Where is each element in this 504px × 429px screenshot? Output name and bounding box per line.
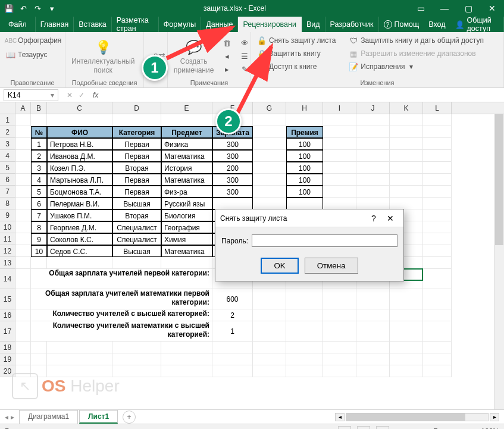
cell[interactable]: 100 bbox=[286, 138, 323, 150]
cell[interactable]: 100 bbox=[286, 162, 323, 174]
cell[interactable] bbox=[423, 126, 452, 138]
cell[interactable] bbox=[253, 174, 286, 186]
cell[interactable] bbox=[423, 309, 452, 321]
sheet-tab[interactable]: Диаграмма1 bbox=[19, 410, 78, 424]
cell[interactable] bbox=[390, 126, 423, 138]
cell[interactable]: ФИО bbox=[47, 126, 112, 138]
share-button[interactable]: 👤 Общий доступ bbox=[450, 17, 504, 32]
cell[interactable]: 200 bbox=[212, 162, 253, 174]
redo-icon[interactable]: ↷ bbox=[31, 2, 44, 15]
col-header[interactable]: D bbox=[112, 102, 161, 114]
tab-1[interactable]: Вставка bbox=[74, 17, 111, 32]
cell[interactable] bbox=[31, 342, 47, 353]
row-header[interactable]: 14 bbox=[0, 269, 15, 289]
row-header[interactable]: 15 bbox=[0, 289, 15, 309]
cell[interactable] bbox=[253, 138, 286, 150]
cell[interactable]: Специалист bbox=[112, 221, 161, 233]
col-header[interactable]: B bbox=[31, 102, 47, 114]
cell[interactable] bbox=[253, 198, 286, 209]
cell[interactable] bbox=[423, 150, 452, 162]
cell[interactable] bbox=[390, 321, 423, 342]
cell[interactable]: 100 bbox=[286, 150, 323, 162]
show-all-button[interactable]: ☰ bbox=[237, 50, 252, 62]
cell[interactable]: Боцмонова Т.А. bbox=[47, 186, 112, 198]
row-header[interactable]: 17 bbox=[0, 321, 15, 342]
zoom-in-button[interactable]: + bbox=[471, 427, 475, 430]
cell[interactable]: Мартынова Л.П. bbox=[47, 174, 112, 186]
row-headers[interactable]: 1234567891011121314151617181920 bbox=[0, 114, 15, 377]
spelling-button[interactable]: ABCОрфография bbox=[4, 35, 61, 46]
cell[interactable] bbox=[112, 353, 161, 365]
cell[interactable] bbox=[15, 233, 31, 245]
cell[interactable] bbox=[15, 353, 31, 365]
row-header[interactable]: 16 bbox=[0, 309, 15, 321]
row-header[interactable]: 13 bbox=[0, 257, 15, 269]
cell[interactable] bbox=[253, 321, 286, 342]
cell[interactable] bbox=[356, 353, 390, 365]
col-header[interactable]: J bbox=[356, 102, 390, 114]
cell[interactable]: 10 bbox=[31, 245, 47, 257]
cell[interactable] bbox=[390, 309, 423, 321]
cell[interactable] bbox=[253, 289, 286, 309]
hscroll-thumb[interactable] bbox=[346, 414, 465, 421]
cell[interactable] bbox=[286, 289, 323, 309]
cell[interactable]: Петрова Н.В. bbox=[47, 138, 112, 150]
cell[interactable] bbox=[253, 342, 286, 353]
cell[interactable]: Иванова Д.М. bbox=[47, 150, 112, 162]
cell[interactable] bbox=[423, 321, 452, 342]
cell[interactable] bbox=[423, 269, 452, 289]
cell[interactable] bbox=[15, 114, 31, 126]
sheet-nav-prev[interactable]: ◂ bbox=[5, 413, 8, 421]
cell[interactable] bbox=[253, 162, 286, 174]
unprotect-sheet-button[interactable]: 🔓Снять защиту листа bbox=[255, 35, 338, 46]
cell[interactable] bbox=[423, 174, 452, 186]
cell[interactable] bbox=[31, 257, 47, 269]
undo-icon[interactable]: ↶ bbox=[17, 2, 30, 15]
row-header[interactable]: 3 bbox=[0, 138, 15, 150]
cell[interactable] bbox=[356, 342, 390, 353]
cell[interactable] bbox=[15, 257, 31, 269]
cell[interactable]: 6 bbox=[31, 198, 47, 209]
row-header[interactable]: 4 bbox=[0, 150, 15, 162]
col-header[interactable]: F bbox=[212, 102, 253, 114]
show-comment-button[interactable]: 👁 bbox=[237, 37, 252, 49]
dialog-close-button[interactable]: ✕ bbox=[382, 214, 399, 223]
new-comment-button[interactable]: 💬 Создать примечание bbox=[171, 35, 216, 78]
tab-3[interactable]: Формулы bbox=[159, 17, 201, 32]
cell[interactable] bbox=[390, 186, 423, 198]
tab-7[interactable]: Разработчик bbox=[325, 17, 379, 32]
row-header[interactable]: 8 bbox=[0, 198, 15, 209]
cell[interactable]: Математика bbox=[161, 245, 212, 257]
cell[interactable] bbox=[423, 209, 452, 221]
cell[interactable]: 7 bbox=[31, 209, 47, 221]
cell[interactable]: 100 bbox=[286, 186, 323, 198]
cell[interactable]: Математика bbox=[161, 150, 212, 162]
cell[interactable] bbox=[161, 114, 212, 126]
zoom-level[interactable]: 100% bbox=[481, 427, 499, 430]
summary-label[interactable]: Количество учителей математики с высшей … bbox=[31, 321, 212, 342]
password-input[interactable] bbox=[252, 234, 397, 247]
cell[interactable] bbox=[286, 309, 323, 321]
column-headers[interactable]: ABCDEFGHIJKL bbox=[15, 102, 504, 114]
cell[interactable] bbox=[212, 342, 253, 353]
cell[interactable]: 300 bbox=[212, 174, 253, 186]
cell[interactable] bbox=[47, 365, 112, 377]
sheet-tab[interactable]: Лист1 bbox=[79, 410, 118, 424]
cell[interactable]: № bbox=[31, 126, 47, 138]
cell[interactable] bbox=[15, 309, 31, 321]
cell[interactable] bbox=[15, 150, 31, 162]
cell[interactable] bbox=[356, 126, 390, 138]
hscroll-right[interactable]: ▸ bbox=[490, 413, 499, 421]
cell[interactable] bbox=[286, 353, 323, 365]
cell[interactable] bbox=[423, 162, 452, 174]
cell[interactable] bbox=[31, 365, 47, 377]
cell[interactable] bbox=[423, 186, 452, 198]
cell[interactable] bbox=[356, 186, 390, 198]
cell[interactable] bbox=[390, 162, 423, 174]
cell[interactable] bbox=[356, 309, 390, 321]
cell[interactable] bbox=[323, 186, 356, 198]
cell[interactable] bbox=[212, 198, 253, 209]
cell[interactable] bbox=[390, 138, 423, 150]
row-header[interactable]: 12 bbox=[0, 245, 15, 257]
cell[interactable]: Соколов К.С. bbox=[47, 233, 112, 245]
